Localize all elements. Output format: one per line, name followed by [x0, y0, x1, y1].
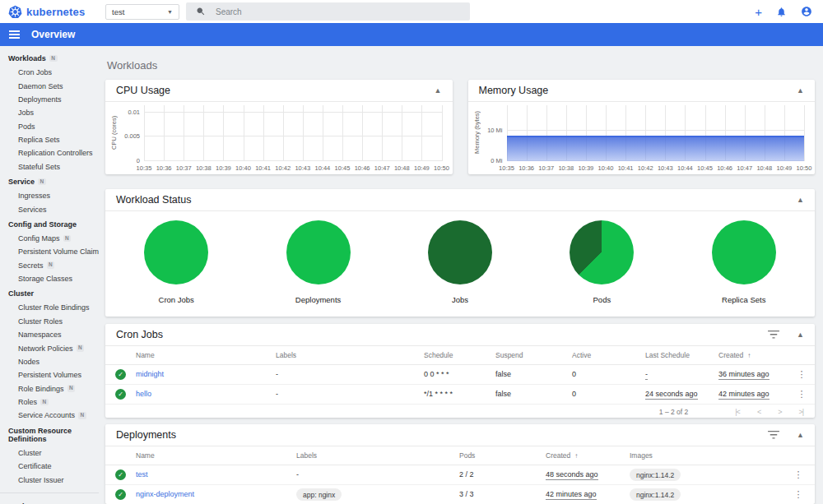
- collapse-arrow-icon[interactable]: ▲: [797, 196, 804, 204]
- sidebar-section-workloads[interactable]: WorkloadsN: [0, 50, 99, 66]
- namespaced-badge: N: [38, 178, 46, 186]
- schedule-cell: 0 0 * * *: [424, 364, 495, 384]
- gridline: [362, 105, 363, 161]
- sidebar-item-cluster-roles[interactable]: Cluster Roles: [0, 315, 99, 328]
- deployment-link[interactable]: test: [136, 470, 148, 479]
- y-axis: 0 Mi10 Mi: [482, 105, 507, 161]
- sidebar-item-jobs[interactable]: Jobs: [0, 106, 99, 119]
- sidebar-item-secrets[interactable]: SecretsN: [0, 259, 99, 272]
- notifications-bell-icon[interactable]: [776, 7, 787, 17]
- sidebar-item-settings[interactable]: Settings: [0, 497, 99, 504]
- labels-cell: -: [276, 384, 424, 404]
- row-menu-icon[interactable]: ⋮: [794, 469, 803, 480]
- sidebar-item-replication-controllers[interactable]: Replication Controllers: [0, 146, 99, 160]
- column-header-schedule[interactable]: Schedule: [424, 346, 495, 364]
- sidebar-item-namespaces[interactable]: Namespaces: [0, 328, 99, 341]
- sidebar-section-cluster[interactable]: Cluster: [0, 285, 99, 301]
- sidebar-item-persistent-volume-claims[interactable]: Persistent Volume ClaimsN: [0, 245, 99, 258]
- _menu-cell: ⋮: [788, 364, 815, 384]
- next-page-icon[interactable]: >: [778, 408, 781, 416]
- active-cell: 0: [572, 364, 645, 384]
- kubernetes-logo[interactable]: kubernetes: [0, 5, 105, 19]
- column-header-images[interactable]: Images: [630, 446, 782, 465]
- sidebar-section-custom-resource-definitions[interactable]: Custom Resource Definitions: [0, 423, 99, 446]
- x-tick-label: 10:44: [677, 164, 693, 172]
- search-input[interactable]: [216, 7, 430, 16]
- _menu-cell: ⋮: [782, 465, 815, 484]
- sidebar-item-services[interactable]: Services: [0, 202, 99, 215]
- table-pagination: 1 – 2 of 2 |< < > >|: [105, 405, 815, 418]
- column-header-pods[interactable]: Pods: [459, 446, 546, 465]
- panel-title: Memory Usage: [479, 85, 797, 96]
- column-header-name[interactable]: Name: [136, 346, 276, 364]
- status-ok-icon: ✓: [115, 389, 126, 400]
- previous-page-icon[interactable]: <: [757, 408, 760, 416]
- cronjob-link[interactable]: midnight: [136, 370, 164, 378]
- column-header-created[interactable]: Created↑: [546, 446, 630, 465]
- sidebar-item-cluster-issuer[interactable]: Cluster Issuer: [0, 473, 99, 486]
- column-header-created[interactable]: Created↑: [718, 346, 788, 364]
- sidebar-item-deployments[interactable]: Deployments: [0, 93, 99, 106]
- x-tick-label: 10:43: [658, 164, 673, 172]
- row-menu-icon[interactable]: ⋮: [797, 389, 807, 400]
- column-header-name[interactable]: Name: [136, 446, 296, 465]
- sidebar-section-service[interactable]: ServiceN: [0, 173, 99, 189]
- create-resource-icon[interactable]: +: [755, 6, 762, 18]
- first-page-icon[interactable]: |<: [735, 408, 740, 416]
- sidebar-item-cron-jobs[interactable]: Cron Jobs: [0, 66, 99, 79]
- x-tick-label: 10:39: [579, 164, 594, 172]
- sidebar-item-certificate[interactable]: Certificate: [0, 460, 99, 473]
- panel-title: CPU Usage: [116, 85, 435, 96]
- column-header-active[interactable]: Active: [572, 346, 645, 364]
- column-header-labels[interactable]: Labels: [276, 346, 424, 364]
- sidebar-item-config-maps[interactable]: Config MapsN: [0, 232, 99, 245]
- collapse-arrow-icon[interactable]: ▲: [435, 86, 442, 95]
- suspend-cell: false: [495, 364, 572, 384]
- column-header-last-schedule[interactable]: Last Schedule: [645, 346, 718, 364]
- x-tick-label: 10:45: [335, 164, 351, 172]
- _status-cell: ✓: [105, 364, 136, 384]
- gridline: [144, 112, 442, 113]
- sidebar-item-role-bindings[interactable]: Role BindingsN: [0, 382, 99, 395]
- gridline: [263, 105, 264, 161]
- sidebar-item-daemon-sets[interactable]: Daemon Sets: [0, 79, 99, 92]
- sidebar-item-stateful-sets[interactable]: Stateful Sets: [0, 160, 99, 173]
- gridline: [144, 105, 145, 161]
- filter-icon[interactable]: [768, 331, 779, 339]
- sidebar-item-cluster[interactable]: Cluster: [0, 446, 99, 460]
- sidebar-section-config-and-storage[interactable]: Config and Storage: [0, 216, 99, 232]
- collapse-arrow-icon[interactable]: ▲: [797, 331, 804, 339]
- sidebar-item-persistent-volumes[interactable]: Persistent Volumes: [0, 368, 99, 381]
- sidebar-item-ingresses[interactable]: Ingresses: [0, 189, 99, 202]
- cpu-usage-panel: CPU Usage ▲ CPU (cores) 00.0050.01 10:35…: [105, 80, 453, 174]
- sidebar-item-replica-sets[interactable]: Replica Sets: [0, 133, 99, 146]
- sidebar-item-pods[interactable]: Pods: [0, 120, 99, 133]
- collapse-arrow-icon[interactable]: ▲: [797, 431, 804, 439]
- sidebar-item-nodes[interactable]: Nodes: [0, 355, 99, 368]
- column-header-labels[interactable]: Labels: [296, 446, 459, 465]
- row-menu-icon[interactable]: ⋮: [797, 369, 807, 380]
- sidebar-item-label: Roles: [18, 398, 37, 406]
- collapse-arrow-icon[interactable]: ▲: [797, 86, 804, 95]
- sidebar-item-label: Namespaces: [18, 331, 62, 339]
- pie-chart-replica-sets: [712, 220, 776, 284]
- sidebar-item-cluster-role-bindings[interactable]: Cluster Role Bindings: [0, 301, 99, 314]
- last-page-icon[interactable]: >|: [798, 408, 803, 416]
- column-header-suspend[interactable]: Suspend: [495, 346, 572, 364]
- sidebar-item-roles[interactable]: RolesN: [0, 395, 99, 409]
- account-icon[interactable]: [801, 6, 812, 17]
- filter-icon[interactable]: [768, 431, 779, 439]
- sidebar-item-storage-classes[interactable]: Storage Classes: [0, 272, 99, 285]
- namespace-selector[interactable]: test ▼: [105, 4, 179, 20]
- sidebar-item-service-accounts[interactable]: Service AccountsN: [0, 409, 99, 422]
- created-value: 42 minutes ago: [718, 390, 770, 400]
- menu-hamburger-icon[interactable]: [9, 30, 20, 39]
- gridline: [421, 105, 422, 161]
- status-ok-icon: ✓: [115, 369, 126, 380]
- row-menu-icon[interactable]: ⋮: [794, 489, 803, 500]
- pie-label: Jobs: [428, 295, 492, 304]
- sidebar-item-network-policies[interactable]: Network PoliciesN: [0, 341, 99, 354]
- search-bar[interactable]: [186, 2, 470, 21]
- cronjob-link[interactable]: hello: [136, 390, 151, 398]
- deployment-link[interactable]: nginx-deployment: [136, 490, 194, 498]
